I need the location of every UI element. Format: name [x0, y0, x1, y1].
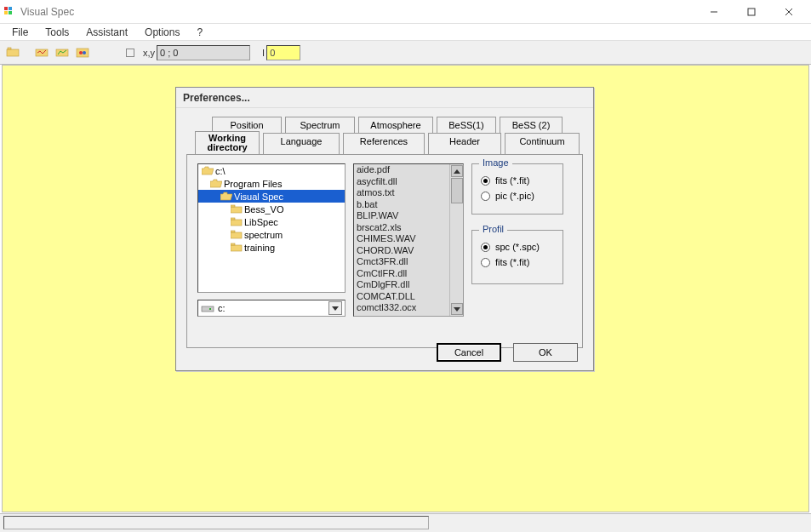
dialog-title: Preferences...: [176, 88, 593, 108]
menu-help[interactable]: ?: [190, 25, 209, 40]
folder-icon: [231, 243, 243, 252]
dir-row[interactable]: Visual Spec: [198, 190, 345, 203]
menu-assistant[interactable]: Assistant: [79, 25, 134, 40]
tab-spectrum[interactable]: Spectrum: [285, 117, 355, 133]
svg-point-14: [83, 51, 86, 54]
tab-working-directory[interactable]: Working directory: [195, 131, 260, 154]
dir-row[interactable]: c:\: [198, 164, 345, 177]
file-item[interactable]: COMCAT.DLL: [354, 291, 451, 303]
dir-row[interactable]: training: [198, 241, 345, 254]
svg-rect-3: [9, 11, 12, 14]
radio-profil-spc-label: spc (*.spc): [495, 242, 540, 252]
scroll-thumb[interactable]: [451, 178, 463, 203]
drive-dropdown-arrow[interactable]: [328, 301, 342, 315]
svg-rect-20: [231, 220, 242, 226]
scroll-down-arrow[interactable]: [451, 303, 463, 315]
dir-row[interactable]: LibSpec: [198, 215, 345, 228]
radio-icon: [481, 192, 490, 201]
drive-select[interactable]: c:: [197, 300, 346, 317]
svg-rect-27: [209, 308, 211, 310]
radio-image-pic[interactable]: pic (*.pic): [481, 188, 554, 203]
tab-atmosphere[interactable]: Atmosphere: [358, 117, 433, 133]
toolbar-i-field: [266, 45, 300, 60]
radio-image-fits[interactable]: fits (*.fit): [481, 173, 554, 188]
tab-references[interactable]: References: [343, 133, 425, 154]
radio-profil-spc[interactable]: spc (*.spc): [481, 239, 554, 255]
ok-button-label: OK: [539, 347, 552, 358]
toolbar-btn-3[interactable]: [53, 43, 71, 62]
svg-rect-0: [4, 7, 8, 10]
profil-group: Profil spc (*.spc) fits (*.fit): [471, 230, 563, 284]
tab-bess2[interactable]: BeSS (2): [500, 117, 563, 133]
svg-rect-9: [8, 48, 11, 49]
radio-image-pic-label: pic (*.pic): [495, 191, 534, 201]
file-item[interactable]: CmCtlFR.dll: [354, 268, 451, 280]
preferences-dialog: Preferences... Position Spectrum Atmosph…: [175, 87, 594, 371]
file-item[interactable]: CHIMES.WAV: [354, 233, 451, 245]
image-group: Image fits (*.fit) pic (*.pic): [471, 163, 563, 215]
file-list-scrollbar[interactable]: [449, 164, 463, 316]
menu-bar: File Tools Assistant Options ?: [0, 24, 811, 41]
menu-options[interactable]: Options: [138, 25, 186, 40]
toolbar-xy-field: [157, 45, 250, 60]
svg-marker-16: [210, 180, 222, 187]
window-titlebar: Visual Spec: [0, 0, 811, 24]
file-item[interactable]: comctl332.ocx: [354, 302, 451, 314]
scroll-up-arrow[interactable]: [451, 165, 463, 177]
toolbar-xy-checkbox[interactable]: [126, 49, 134, 57]
close-button[interactable]: [770, 0, 808, 24]
ok-button[interactable]: OK: [513, 343, 578, 362]
file-item[interactable]: Cmct3FR.dll: [354, 256, 451, 268]
drive-icon: [201, 304, 214, 313]
file-list[interactable]: aide.pdfasycfilt.dllatmos.txtb.batBLIP.W…: [353, 163, 464, 317]
toolbar-btn-1[interactable]: [3, 43, 22, 62]
svg-rect-23: [231, 231, 235, 232]
toolbar-btn-4[interactable]: [73, 43, 92, 62]
tab-bess1[interactable]: BeSS(1): [437, 117, 496, 133]
folder-open-icon: [210, 179, 222, 188]
file-item[interactable]: BLIP.WAV: [354, 210, 451, 222]
tab-working-directory-label: Working directory: [202, 134, 253, 152]
status-panel: [3, 516, 429, 529]
maximize-button[interactable]: [733, 0, 770, 24]
tab-pane-working-directory: c:\Program FilesVisual SpecBess_VOLibSpe…: [186, 154, 583, 348]
tab-continuum[interactable]: Continuum: [505, 133, 580, 154]
file-item[interactable]: aide.pdf: [354, 164, 451, 176]
file-item[interactable]: asycfilt.dll: [354, 176, 451, 188]
svg-rect-18: [231, 207, 242, 213]
tab-language[interactable]: Language: [263, 133, 340, 154]
svg-rect-19: [231, 205, 235, 207]
dir-label: Visual Spec: [234, 192, 283, 202]
file-item[interactable]: b.bat: [354, 199, 451, 211]
dir-row[interactable]: spectrum: [198, 228, 345, 241]
file-item[interactable]: CHORD.WAV: [354, 245, 451, 257]
mdi-workspace: Preferences... Position Spectrum Atmosph…: [2, 65, 809, 512]
svg-rect-1: [9, 7, 12, 10]
radio-icon: [481, 243, 490, 252]
directory-tree[interactable]: c:\Program FilesVisual SpecBess_VOLibSpe…: [197, 163, 346, 293]
minimize-button[interactable]: [695, 0, 733, 24]
svg-marker-28: [332, 306, 339, 311]
drive-label: c:: [218, 303, 226, 313]
svg-rect-5: [748, 9, 755, 15]
file-item[interactable]: CmDlgFR.dll: [354, 279, 451, 291]
dir-row[interactable]: Bess_VO: [198, 203, 345, 215]
svg-point-13: [79, 51, 83, 54]
file-item[interactable]: atmos.txt: [354, 187, 451, 199]
status-bar: [0, 513, 811, 532]
file-item[interactable]: brscat2.xls: [354, 222, 451, 234]
app-icon: [3, 6, 15, 18]
dir-label: spectrum: [244, 230, 283, 240]
dir-row[interactable]: Program Files: [198, 177, 345, 190]
toolbar-btn-2[interactable]: [32, 43, 51, 62]
tab-header[interactable]: Header: [428, 133, 501, 154]
svg-marker-17: [220, 192, 232, 200]
radio-profil-fits[interactable]: fits (*.fit): [481, 255, 554, 270]
cancel-button[interactable]: Cancel: [437, 343, 501, 362]
toolbar-i-label: I: [262, 48, 265, 58]
radio-profil-fits-label: fits (*.fit): [495, 257, 529, 267]
menu-tools[interactable]: Tools: [38, 25, 76, 40]
svg-marker-15: [202, 167, 214, 174]
menu-file[interactable]: File: [5, 25, 35, 40]
dir-label: Bess_VO: [244, 204, 283, 215]
